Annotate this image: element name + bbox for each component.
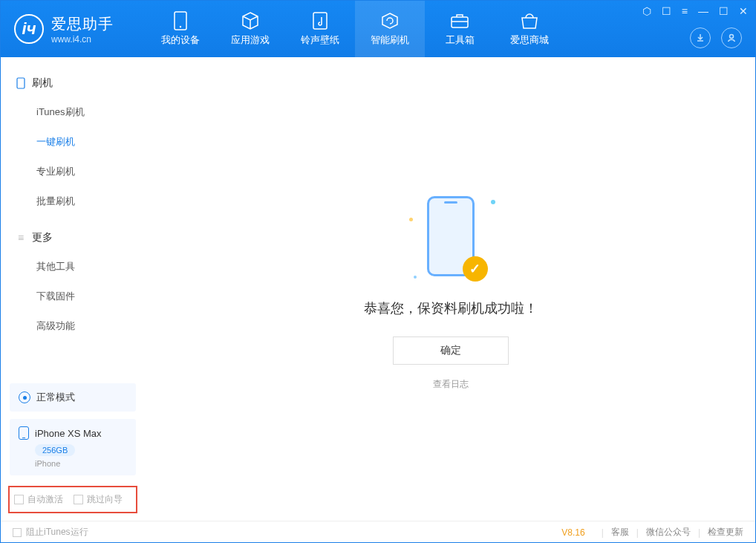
tab-ringtone-wallpaper[interactable]: 铃声壁纸 — [285, 1, 355, 57]
check-badge-icon: ✓ — [463, 256, 488, 282]
wechat-link[interactable]: 微信公众号 — [646, 526, 691, 539]
svg-rect-3 — [452, 17, 468, 27]
checkbox-icon — [74, 495, 83, 504]
checkbox-icon — [13, 528, 22, 537]
tab-toolbox[interactable]: 工具箱 — [425, 1, 495, 57]
options-highlight-box: 自动激活 跳过向导 — [8, 486, 137, 513]
tab-label: 铃声壁纸 — [301, 33, 339, 47]
feedback-icon[interactable]: ☐ — [662, 5, 671, 17]
customer-service-link[interactable]: 客服 — [611, 526, 629, 539]
sidebar-item-other-tools[interactable]: 其他工具 — [1, 252, 145, 282]
device-name: iPhone XS Max — [35, 428, 102, 439]
device-subtype: iPhone — [35, 459, 127, 468]
store-icon — [520, 11, 539, 30]
section-flash: 刷机 — [1, 69, 145, 97]
confirm-button[interactable]: 确定 — [393, 336, 509, 365]
tab-store[interactable]: 爱思商城 — [495, 1, 564, 57]
separator: | — [636, 527, 639, 538]
main-tabs: 我的设备 应用游戏 铃声壁纸 智能刷机 工具箱 爱思商城 — [146, 1, 564, 57]
svg-point-4 — [730, 35, 734, 39]
close-button[interactable]: ✕ — [739, 5, 748, 17]
sidebar-item-itunes-flash[interactable]: iTunes刷机 — [1, 97, 145, 127]
body: 刷机 iTunes刷机 一键刷机 专业刷机 批量刷机 ≡ 更多 其他工具 下载固… — [1, 57, 755, 521]
view-log-link[interactable]: 查看日志 — [433, 378, 469, 391]
sparkle-icon — [409, 218, 413, 221]
auto-activate-checkbox[interactable]: 自动激活 — [14, 493, 63, 506]
theme-icon[interactable]: ⬡ — [642, 5, 651, 17]
svg-point-1 — [180, 26, 181, 27]
success-message: 恭喜您，保资料刷机成功啦！ — [364, 299, 538, 317]
sidebar-item-advanced[interactable]: 高级功能 — [1, 311, 145, 341]
toolbox-icon — [450, 11, 469, 30]
mode-dot-icon — [19, 391, 30, 403]
sidebar-item-oneclick-flash[interactable]: 一键刷机 — [1, 127, 145, 157]
tab-label: 应用游戏 — [231, 33, 270, 47]
maximize-button[interactable]: ☐ — [719, 5, 729, 17]
device-icon — [171, 11, 190, 30]
checkbox-label: 自动激活 — [27, 493, 63, 506]
app-logo-icon: iч — [14, 14, 44, 44]
section-title: 刷机 — [32, 77, 53, 90]
app-subtitle: www.i4.cn — [51, 34, 114, 45]
separator: | — [602, 527, 604, 538]
device-area: 正常模式 iPhone XS Max 256GB iPhone — [1, 376, 145, 475]
music-icon — [310, 11, 330, 30]
main-panel: ✓ 恭喜您，保资料刷机成功啦！ 确定 查看日志 — [146, 57, 755, 521]
list-icon: ≡ — [16, 233, 26, 243]
checkbox-label: 阻止iTunes运行 — [26, 526, 88, 539]
tab-label: 智能刷机 — [371, 33, 409, 47]
tab-my-device[interactable]: 我的设备 — [146, 1, 215, 57]
app-title: 爱思助手 — [51, 14, 114, 34]
sidebar-item-download-firmware[interactable]: 下载固件 — [1, 282, 145, 311]
section-title: 更多 — [32, 231, 53, 244]
section-more: ≡ 更多 — [1, 224, 145, 252]
cube-icon — [241, 11, 260, 30]
status-bar: 阻止iTunes运行 V8.16 | 客服 | 微信公众号 | 检查更新 — [1, 521, 755, 543]
device-card[interactable]: iPhone XS Max 256GB iPhone — [10, 419, 136, 475]
svg-rect-5 — [17, 78, 25, 88]
tab-apps-games[interactable]: 应用游戏 — [215, 1, 285, 57]
logo-area: iч 爱思助手 www.i4.cn — [1, 14, 146, 45]
version-label: V8.16 — [561, 527, 584, 538]
refresh-icon — [380, 11, 400, 30]
minimize-button[interactable]: — — [698, 5, 708, 17]
tab-label: 工具箱 — [446, 33, 475, 47]
block-itunes-checkbox[interactable]: 阻止iTunes运行 — [13, 526, 88, 539]
sparkle-icon — [414, 276, 417, 279]
check-update-link[interactable]: 检查更新 — [708, 526, 743, 539]
header-right-actions — [690, 27, 742, 48]
mode-indicator[interactable]: 正常模式 — [10, 383, 136, 412]
device-phone-icon — [19, 426, 29, 440]
checkbox-label: 跳过向导 — [87, 493, 123, 506]
window-controls: ⬡ ☐ ≡ — ☐ ✕ — [642, 5, 748, 17]
sidebar: 刷机 iTunes刷机 一键刷机 专业刷机 批量刷机 ≡ 更多 其他工具 下载固… — [1, 57, 146, 521]
separator: | — [698, 527, 700, 538]
skip-guide-checkbox[interactable]: 跳过向导 — [74, 493, 123, 506]
tab-smart-flash[interactable]: 智能刷机 — [355, 1, 425, 57]
mode-label: 正常模式 — [36, 391, 75, 404]
user-button[interactable] — [721, 27, 742, 48]
device-capacity: 256GB — [35, 444, 75, 456]
success-illustration: ✓ — [384, 188, 518, 284]
checkbox-icon — [14, 495, 24, 504]
download-button[interactable] — [690, 27, 711, 48]
tab-label: 爱思商城 — [510, 33, 549, 47]
sidebar-item-batch-flash[interactable]: 批量刷机 — [1, 186, 145, 216]
menu-icon[interactable]: ≡ — [682, 5, 688, 17]
sidebar-item-pro-flash[interactable]: 专业刷机 — [1, 157, 145, 186]
tab-label: 我的设备 — [161, 33, 200, 47]
header: ⬡ ☐ ≡ — ☐ ✕ iч 爱思助手 www.i4.cn 我的设备 应用游戏 … — [1, 1, 755, 57]
phone-outline-icon — [16, 78, 26, 88]
svg-rect-2 — [313, 13, 327, 29]
sparkle-icon — [491, 200, 495, 204]
